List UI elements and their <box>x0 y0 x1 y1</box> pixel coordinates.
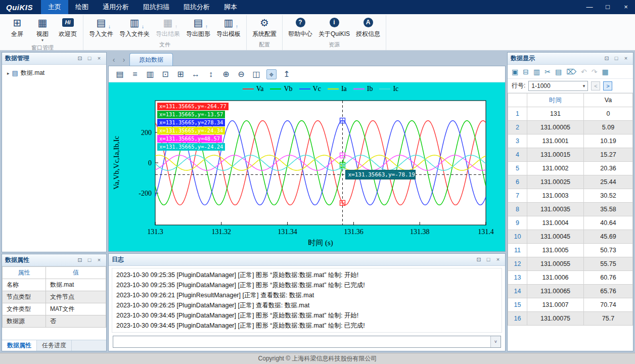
about-button[interactable]: i 关于QuiKIS <box>315 15 353 40</box>
va-cell[interactable]: 45.69 <box>584 230 633 244</box>
tab-original-data[interactable]: 原始数据 <box>129 53 173 66</box>
legend-item[interactable]: Ic <box>379 85 398 93</box>
close-panel-icon[interactable]: × <box>622 55 630 63</box>
time-cell[interactable]: 131.00045 <box>527 230 584 244</box>
maximize-panel-icon[interactable]: □ <box>612 55 620 63</box>
minimize-button[interactable]: — <box>580 0 599 14</box>
close-panel-icon[interactable]: × <box>95 256 103 264</box>
legend-item[interactable]: Vb <box>270 85 292 93</box>
table-row[interactable]: 10 131.00045 45.69 <box>508 230 633 244</box>
close-panel-icon[interactable]: × <box>494 256 502 264</box>
table-row[interactable]: 16 131.00075 75.7 <box>508 312 633 326</box>
table-row[interactable]: 12 131.00055 55.75 <box>508 257 633 271</box>
tab-task-progress[interactable]: 任务进度 <box>37 340 72 351</box>
fit-vertical-icon[interactable]: ↕ <box>206 69 216 79</box>
time-cell[interactable]: 131.0006 <box>527 271 584 285</box>
table-row[interactable]: 3 131.0001 10.19 <box>508 134 633 148</box>
tree-expander-icon[interactable]: ▸ <box>7 71 10 76</box>
export-template-button[interactable]: ▥ ↑ 导出模板 <box>213 15 244 40</box>
legend-item[interactable]: Ib <box>353 85 373 93</box>
fullscreen-button[interactable]: ⊞ 全屏 <box>5 15 30 40</box>
va-cell[interactable]: 70.74 <box>584 298 633 312</box>
time-cell[interactable]: 131.0007 <box>527 298 584 312</box>
property-row[interactable]: 文件类型 MAT文件 <box>3 303 106 315</box>
zoom-box-icon[interactable]: ⊡ <box>160 69 170 79</box>
time-cell[interactable]: 131.00015 <box>527 148 584 162</box>
export-chart-icon[interactable]: ↥ <box>282 69 292 79</box>
export-image-button[interactable]: ▤ ↑ 导出图形 <box>183 15 213 40</box>
legend-item[interactable]: Ia <box>328 85 347 93</box>
table-row[interactable]: 13 131.0006 60.76 <box>508 271 633 285</box>
menu-tab-general-analysis[interactable]: 通用分析 <box>96 0 136 14</box>
float-panel-icon[interactable]: ⊡ <box>76 256 84 264</box>
menu-tab-impedance-analysis[interactable]: 阻抗分析 <box>176 0 217 14</box>
zoom-region-icon[interactable]: ⊞ <box>175 69 186 79</box>
table-row[interactable]: 14 131.00065 65.76 <box>508 285 633 298</box>
delete-icon[interactable]: ⌦ <box>566 68 576 76</box>
property-row[interactable]: 数据源 否 <box>3 315 106 328</box>
close-panel-icon[interactable]: × <box>95 55 103 63</box>
va-cell[interactable]: 35.58 <box>584 203 633 216</box>
import-folder-button[interactable]: ▥ ↓ 导入文件夹 <box>116 15 153 40</box>
table-row[interactable]: 7 131.0003 30.52 <box>508 189 633 203</box>
menu-tab-home[interactable]: 主页 <box>41 0 68 14</box>
close-button[interactable]: × <box>617 0 635 14</box>
undo-icon[interactable]: ↶ <box>581 68 587 76</box>
menu-tab-plot[interactable]: 绘图 <box>68 0 96 14</box>
cut-icon[interactable]: ✂ <box>545 68 551 76</box>
welcome-button[interactable]: Hi 欢迎页 <box>55 15 80 40</box>
float-panel-icon[interactable]: ⊡ <box>76 55 84 63</box>
grid-icon[interactable]: ▦ <box>602 68 608 76</box>
series-columns-icon[interactable]: ▥ <box>145 69 155 79</box>
system-config-button[interactable]: ⚙ 系统配置 <box>249 15 280 40</box>
va-cell[interactable]: 65.76 <box>584 285 633 298</box>
table-row[interactable]: 8 131.00035 35.58 <box>508 203 633 216</box>
table-row[interactable]: 6 131.00025 25.44 <box>508 175 633 189</box>
va-cell[interactable]: 75.7 <box>584 312 633 326</box>
maximize-panel-icon[interactable]: □ <box>85 55 94 63</box>
menu-tab-impedance-scan[interactable]: 阻抗扫描 <box>136 0 176 14</box>
va-cell[interactable]: 55.75 <box>584 257 633 271</box>
import-file-button[interactable]: ▤ ↓ 导入文件 <box>86 15 116 40</box>
tab-scroll-right-icon[interactable]: › <box>119 54 128 66</box>
save-all-icon[interactable]: ⊟ <box>523 68 529 76</box>
property-row[interactable]: 名称 数据.mat <box>3 279 106 291</box>
time-cell[interactable]: 131.0001 <box>527 134 584 148</box>
help-center-button[interactable]: ? 帮助中心 <box>285 15 315 40</box>
va-cell[interactable]: 25.44 <box>584 175 633 189</box>
va-cell[interactable]: 40.64 <box>584 216 633 230</box>
va-cell[interactable]: 15.27 <box>584 148 633 162</box>
zoom-in-icon[interactable]: ⊕ <box>221 69 231 79</box>
copy-icon[interactable]: ▥ <box>533 68 540 76</box>
va-cell[interactable]: 30.52 <box>584 189 633 203</box>
table-row[interactable]: 9 131.0004 40.64 <box>508 216 633 230</box>
va-cell[interactable]: 5.09 <box>584 121 633 134</box>
maximize-panel-icon[interactable]: □ <box>484 256 492 264</box>
table-row[interactable]: 15 131.0007 70.74 <box>508 298 633 312</box>
table-row[interactable]: 5 131.0002 20.36 <box>508 162 633 175</box>
menu-tab-script[interactable]: 脚本 <box>217 0 244 14</box>
log-list[interactable]: 2023-10-30 09:25:35 [PluginDataManager] … <box>112 268 502 333</box>
data-cursor-icon[interactable]: ⌖ <box>266 69 277 79</box>
view-button[interactable]: ▦ 视图 ▾ <box>30 15 55 43</box>
paste-icon[interactable]: ▤ <box>555 68 562 76</box>
table-row[interactable]: 2 131.00005 5.09 <box>508 121 633 134</box>
series-list-icon[interactable]: ▤ <box>115 69 125 79</box>
redo-icon[interactable]: ↷ <box>592 68 598 76</box>
maximize-panel-icon[interactable]: □ <box>85 256 94 264</box>
split-view-icon[interactable]: ◫ <box>251 69 261 79</box>
save-icon[interactable]: ▣ <box>512 68 518 76</box>
va-cell[interactable]: 0 <box>584 107 633 121</box>
va-cell[interactable]: 50.73 <box>584 244 633 257</box>
time-cell[interactable]: 131.00035 <box>527 203 584 216</box>
log-filter-combobox[interactable]: ˅ <box>113 336 501 348</box>
legend-item[interactable]: Va <box>243 85 264 93</box>
tab-scroll-left-icon[interactable]: ‹ <box>109 54 118 66</box>
zoom-out-icon[interactable]: ⊖ <box>236 69 246 79</box>
series-stack-icon[interactable]: ≡ <box>130 69 140 79</box>
next-page-button[interactable]: > <box>603 81 612 90</box>
tab-data-properties[interactable]: 数据属性 <box>2 340 37 351</box>
fit-horizontal-icon[interactable]: ↔ <box>191 69 201 79</box>
prev-page-button[interactable]: < <box>591 81 600 90</box>
legend-item[interactable]: Vc <box>299 85 321 93</box>
